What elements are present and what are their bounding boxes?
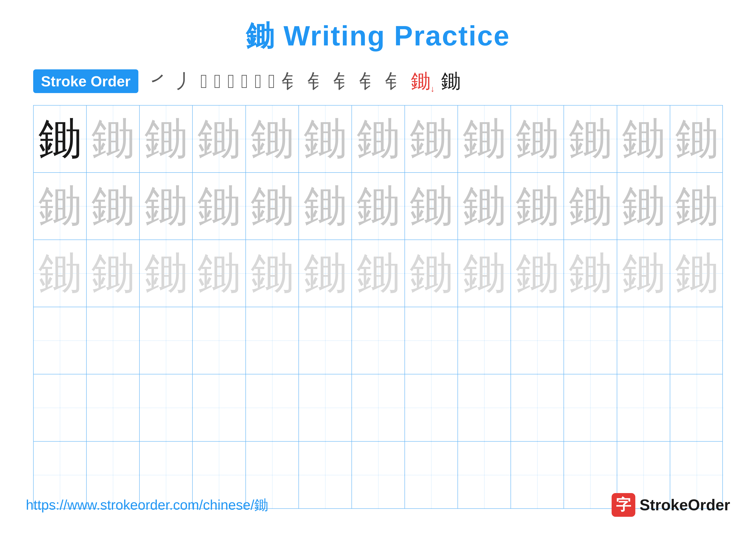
- stroke-char-8: 𠄌: [268, 70, 275, 92]
- grid-cell-2-10[interactable]: 鋤: [511, 173, 564, 240]
- grid-cell-3-4[interactable]: 鋤: [193, 240, 246, 307]
- stroke-char-4: 𠃌: [214, 70, 221, 92]
- char-display: 鋤: [304, 117, 347, 161]
- grid-cell-5-4[interactable]: [193, 374, 246, 441]
- footer-brand-label: StrokeOrder: [640, 496, 730, 514]
- page: 鋤 Writing Practice Stroke Order ㇒ ㇓ 𠃋 𠃌 …: [0, 0, 756, 534]
- grid-cell-1-9[interactable]: 鋤: [458, 106, 511, 172]
- char-display: 鋤: [622, 117, 665, 161]
- grid-cell-1-7[interactable]: 鋤: [352, 106, 405, 172]
- grid-cell-2-2[interactable]: 鋤: [87, 173, 140, 240]
- char-display: 鋤: [622, 252, 665, 295]
- grid-cell-1-10[interactable]: 鋤: [511, 106, 564, 172]
- char-display: 鋤: [516, 117, 559, 161]
- grid-cell-3-10[interactable]: 鋤: [511, 240, 564, 307]
- grid-cell-5-6[interactable]: [299, 374, 352, 441]
- grid-cell-1-6[interactable]: 鋤: [299, 106, 352, 172]
- grid-cell-2-9[interactable]: 鋤: [458, 173, 511, 240]
- grid-cell-5-9[interactable]: [458, 374, 511, 441]
- grid-cell-3-1[interactable]: 鋤: [34, 240, 87, 307]
- grid-cell-2-7[interactable]: 鋤: [352, 173, 405, 240]
- grid-cell-1-3[interactable]: 鋤: [140, 106, 193, 172]
- char-display: 鋤: [675, 185, 718, 228]
- grid-cell-3-8[interactable]: 鋤: [405, 240, 458, 307]
- grid-cell-2-3[interactable]: 鋤: [140, 173, 193, 240]
- grid-cell-3-9[interactable]: 鋤: [458, 240, 511, 307]
- stroke-char-3: 𠃋: [201, 70, 207, 92]
- grid-cell-5-11[interactable]: [564, 374, 617, 441]
- strokeorder-icon: 字: [611, 493, 635, 517]
- grid-cell-5-5[interactable]: [246, 374, 299, 441]
- grid-cell-4-12[interactable]: [617, 307, 670, 374]
- grid-cell-3-11[interactable]: 鋤: [564, 240, 617, 307]
- grid-cell-2-6[interactable]: 鋤: [299, 173, 352, 240]
- grid-cell-4-4[interactable]: [193, 307, 246, 374]
- stroke-char-6: 𠄎: [241, 70, 248, 92]
- grid-cell-2-5[interactable]: 鋤: [246, 173, 299, 240]
- grid-cell-1-1[interactable]: 鋤: [34, 106, 87, 172]
- grid-cell-5-2[interactable]: [87, 374, 140, 441]
- grid-cell-1-11[interactable]: 鋤: [564, 106, 617, 172]
- grid-row-1: 鋤 鋤 鋤 鋤 鋤 鋤 鋤 鋤 鋤 鋤 鋤 鋤 鋤: [34, 106, 722, 173]
- grid-cell-5-7[interactable]: [352, 374, 405, 441]
- char-display: 鋤: [198, 185, 240, 228]
- stroke-char-13: 钅: [385, 68, 405, 94]
- grid-cell-3-6[interactable]: 鋤: [299, 240, 352, 307]
- grid-cell-2-8[interactable]: 鋤: [405, 173, 458, 240]
- grid-cell-5-1[interactable]: [34, 374, 87, 441]
- grid-cell-4-5[interactable]: [246, 307, 299, 374]
- char-display: 鋤: [357, 185, 400, 228]
- grid-cell-4-6[interactable]: [299, 307, 352, 374]
- practice-grid: 鋤 鋤 鋤 鋤 鋤 鋤 鋤 鋤 鋤 鋤 鋤 鋤 鋤 鋤 鋤 鋤 鋤 鋤 鋤 鋤 …: [33, 105, 723, 509]
- grid-cell-3-13[interactable]: 鋤: [670, 240, 723, 307]
- grid-cell-2-12[interactable]: 鋤: [617, 173, 670, 240]
- footer-brand: 字 StrokeOrder: [611, 493, 730, 517]
- char-display: 鋤: [39, 185, 81, 228]
- grid-cell-3-7[interactable]: 鋤: [352, 240, 405, 307]
- grid-cell-4-1[interactable]: [34, 307, 87, 374]
- char-display: 鋤: [463, 185, 506, 228]
- grid-cell-3-12[interactable]: 鋤: [617, 240, 670, 307]
- grid-cell-5-13[interactable]: [670, 374, 723, 441]
- char-display: 鋤: [410, 117, 453, 161]
- grid-cell-1-5[interactable]: 鋤: [246, 106, 299, 172]
- grid-cell-5-12[interactable]: [617, 374, 670, 441]
- stroke-char-7: 𠄎: [255, 70, 262, 92]
- grid-row-3: 鋤 鋤 鋤 鋤 鋤 鋤 鋤 鋤 鋤 鋤 鋤 鋤 鋤: [34, 240, 722, 307]
- grid-cell-4-3[interactable]: [140, 307, 193, 374]
- char-display: 鋤: [92, 117, 134, 161]
- grid-cell-4-9[interactable]: [458, 307, 511, 374]
- grid-cell-3-5[interactable]: 鋤: [246, 240, 299, 307]
- grid-cell-5-3[interactable]: [140, 374, 193, 441]
- grid-cell-4-2[interactable]: [87, 307, 140, 374]
- char-display: 鋤: [516, 185, 559, 228]
- char-display: 鋤: [675, 252, 718, 295]
- grid-cell-1-13[interactable]: 鋤: [670, 106, 723, 172]
- grid-cell-4-8[interactable]: [405, 307, 458, 374]
- stroke-char-12: 钅: [359, 68, 379, 94]
- grid-cell-2-1[interactable]: 鋤: [34, 173, 87, 240]
- grid-cell-2-11[interactable]: 鋤: [564, 173, 617, 240]
- grid-cell-4-7[interactable]: [352, 307, 405, 374]
- grid-cell-2-13[interactable]: 鋤: [670, 173, 723, 240]
- footer-url: https://www.strokeorder.com/chinese/鋤: [26, 496, 268, 514]
- char-display: 鋤: [92, 252, 134, 295]
- stroke-char-14: 鋤↓: [411, 68, 435, 94]
- grid-row-2: 鋤 鋤 鋤 鋤 鋤 鋤 鋤 鋤 鋤 鋤 鋤 鋤 鋤: [34, 173, 722, 240]
- grid-cell-4-11[interactable]: [564, 307, 617, 374]
- grid-cell-5-10[interactable]: [511, 374, 564, 441]
- grid-cell-3-2[interactable]: 鋤: [87, 240, 140, 307]
- grid-cell-5-8[interactable]: [405, 374, 458, 441]
- grid-cell-1-4[interactable]: 鋤: [193, 106, 246, 172]
- stroke-char-11: 钅: [334, 68, 353, 94]
- grid-cell-1-12[interactable]: 鋤: [617, 106, 670, 172]
- char-display: 鋤: [39, 252, 81, 295]
- grid-cell-4-13[interactable]: [670, 307, 723, 374]
- char-display: 鋤: [39, 117, 81, 161]
- grid-cell-3-3[interactable]: 鋤: [140, 240, 193, 307]
- grid-cell-1-8[interactable]: 鋤: [405, 106, 458, 172]
- char-display: 鋤: [569, 117, 612, 161]
- grid-cell-4-10[interactable]: [511, 307, 564, 374]
- grid-cell-2-4[interactable]: 鋤: [193, 173, 246, 240]
- grid-cell-1-2[interactable]: 鋤: [87, 106, 140, 172]
